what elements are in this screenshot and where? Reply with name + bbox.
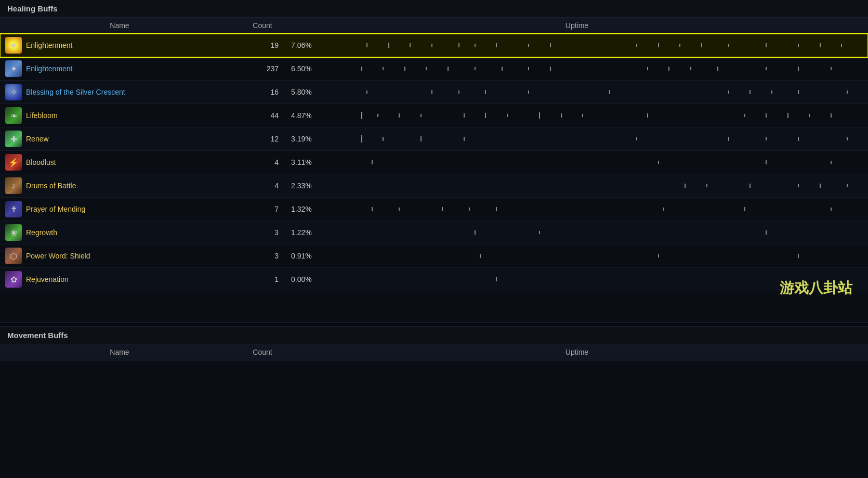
bar-tick bbox=[744, 114, 745, 117]
cell-uptime-lifebloom: 4.87% bbox=[286, 104, 868, 127]
bar-tick bbox=[668, 67, 669, 71]
bar-tick bbox=[766, 160, 767, 164]
cell-name-bloodlust: ⚡Bloodlust bbox=[0, 151, 239, 174]
bar-tick bbox=[647, 67, 648, 70]
spell-icon-renew: ✚ bbox=[5, 131, 22, 147]
cell-uptime-renew: 3.19% bbox=[286, 127, 868, 151]
bar-tick bbox=[469, 208, 470, 211]
spell-name-rejuvenation: Rejuvenation bbox=[26, 275, 69, 283]
uptime-bars-enlightenment-blue bbox=[323, 61, 863, 76]
bar-tick bbox=[663, 208, 664, 211]
movement-header-count: Count bbox=[239, 344, 286, 360]
cell-count-renew: 12 bbox=[239, 127, 286, 151]
healing-buffs-section: Healing Buffs Name Count Uptime ●Enlight… bbox=[0, 0, 868, 322]
cell-uptime-drums: 2.33% bbox=[286, 174, 868, 198]
bar-tick bbox=[636, 137, 637, 140]
uptime-pct-renew: 3.19% bbox=[291, 135, 318, 143]
cell-name-regrowth: ❀Regrowth bbox=[0, 221, 239, 244]
bar-tick bbox=[809, 114, 810, 117]
spell-icon-enlightenment-gold: ● bbox=[5, 37, 22, 54]
bar-tick bbox=[507, 114, 508, 117]
spell-name-prayer: Prayer of Mending bbox=[26, 205, 85, 213]
uptime-bars-prayer bbox=[323, 202, 863, 216]
cell-uptime-regrowth: 1.22% bbox=[286, 221, 868, 244]
bar-tick bbox=[658, 43, 659, 47]
bar-tick bbox=[766, 43, 767, 47]
uptime-pct-powerword: 0.91% bbox=[291, 252, 318, 260]
spell-name-enlightenment-blue: Enlightenment bbox=[26, 64, 73, 73]
bar-tick bbox=[847, 137, 848, 140]
cell-count-regrowth: 3 bbox=[239, 221, 286, 244]
cell-uptime-enlightenment-blue: 6.50% bbox=[286, 57, 868, 81]
bar-tick bbox=[431, 44, 432, 47]
bar-tick bbox=[701, 43, 702, 47]
bar-tick bbox=[706, 184, 707, 187]
movement-buffs-section: Movement Buffs Name Count Uptime bbox=[0, 327, 868, 360]
bar-tick bbox=[485, 113, 486, 118]
table-row: ♪Drums of Battle42.33% bbox=[0, 174, 868, 198]
bar-tick bbox=[658, 254, 659, 257]
bar-tick bbox=[388, 43, 389, 48]
spell-name-regrowth: Regrowth bbox=[26, 228, 57, 237]
cell-name-enlightenment-blue: ✦Enlightenment bbox=[0, 57, 239, 80]
table-row: ❀Regrowth31.22% bbox=[0, 221, 868, 244]
spell-name-renew: Renew bbox=[26, 135, 49, 143]
bar-tick bbox=[679, 44, 680, 47]
uptime-pct-drums: 2.33% bbox=[291, 182, 318, 190]
table-row: ✚Renew123.19% bbox=[0, 127, 868, 151]
bar-tick bbox=[372, 207, 373, 211]
uptime-bars-lifebloom bbox=[323, 108, 863, 123]
cell-uptime-bloodlust: 3.11% bbox=[286, 151, 868, 174]
bar-tick bbox=[448, 67, 449, 71]
bar-tick bbox=[496, 277, 497, 281]
bar-tick bbox=[485, 90, 486, 94]
bar-tick bbox=[582, 114, 583, 117]
header-name: Name bbox=[0, 18, 239, 34]
bar-tick bbox=[539, 231, 540, 234]
bar-tick bbox=[717, 67, 718, 71]
movement-header-uptime: Uptime bbox=[286, 344, 868, 360]
cell-count-lifebloom: 44 bbox=[239, 104, 286, 127]
table-row: ●Enlightenment197.06% bbox=[0, 34, 868, 57]
movement-header-name: Name bbox=[0, 344, 239, 360]
cell-name-lifebloom: ❧Lifebloom bbox=[0, 104, 239, 127]
bar-tick bbox=[404, 67, 405, 71]
uptime-bars-enlightenment-gold bbox=[323, 38, 863, 53]
watermark: 游戏八卦站 bbox=[780, 278, 852, 298]
bar-tick bbox=[377, 114, 378, 117]
spell-name-drums: Drums of Battle bbox=[26, 182, 76, 190]
cell-count-prayer: 7 bbox=[239, 198, 286, 221]
bar-tick bbox=[658, 161, 659, 164]
bar-tick bbox=[431, 90, 432, 94]
bar-tick bbox=[361, 135, 362, 143]
bar-tick bbox=[798, 137, 799, 141]
bar-tick bbox=[361, 67, 362, 71]
bar-tick bbox=[528, 91, 529, 94]
uptime-pct-lifebloom: 4.87% bbox=[291, 111, 318, 120]
bar-tick bbox=[475, 44, 476, 47]
bar-tick bbox=[798, 184, 799, 187]
bar-tick bbox=[798, 254, 799, 258]
bar-tick bbox=[361, 112, 362, 119]
bar-tick bbox=[609, 90, 610, 94]
spell-name-enlightenment-gold: Enlightenment bbox=[26, 41, 73, 49]
uptime-bars-renew bbox=[323, 132, 863, 146]
spell-name-bloodlust: Bloodlust bbox=[26, 158, 56, 166]
bar-tick bbox=[496, 43, 497, 47]
bar-tick bbox=[766, 137, 767, 140]
uptime-bars-powerword bbox=[323, 249, 863, 263]
table-header-row: Name Count Uptime bbox=[0, 18, 868, 34]
uptime-pct-prayer: 1.32% bbox=[291, 205, 318, 213]
uptime-pct-enlightenment-blue: 6.50% bbox=[291, 64, 318, 73]
cell-count-drums: 4 bbox=[239, 174, 286, 198]
uptime-bars-drums bbox=[323, 178, 863, 193]
spell-name-blessing: Blessing of the Silver Crescent bbox=[26, 88, 125, 96]
healing-buffs-title: Healing Buffs bbox=[0, 0, 868, 18]
cell-count-blessing: 16 bbox=[239, 81, 286, 104]
spell-name-lifebloom: Lifebloom bbox=[26, 111, 58, 120]
cell-name-enlightenment-gold: ●Enlightenment bbox=[0, 34, 239, 57]
bar-tick bbox=[690, 67, 691, 70]
cell-name-drums: ♪Drums of Battle bbox=[0, 174, 239, 197]
bar-tick bbox=[464, 137, 465, 141]
movement-buffs-title: Movement Buffs bbox=[0, 327, 868, 344]
